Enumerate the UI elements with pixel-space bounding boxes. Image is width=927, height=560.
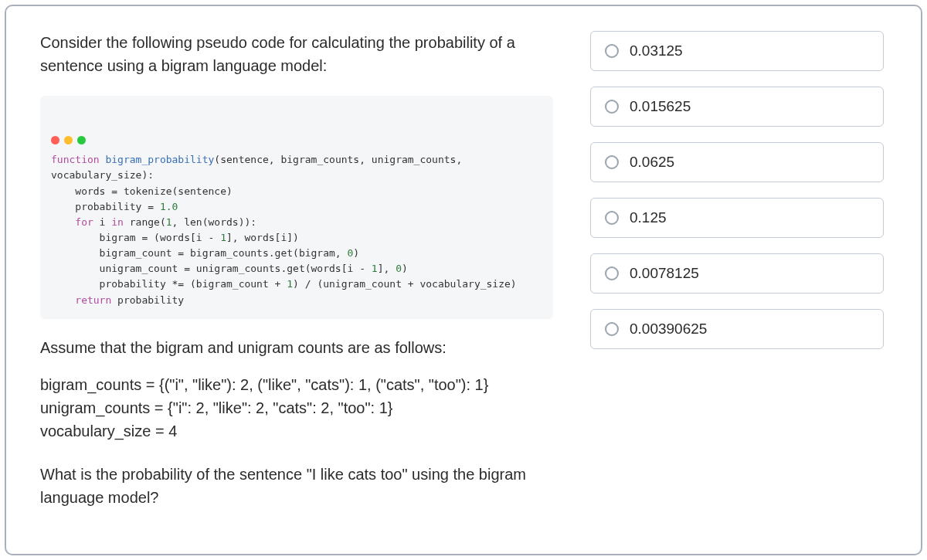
minimize-dot-icon bbox=[64, 136, 73, 144]
option-5[interactable]: 0.0078125 bbox=[590, 253, 884, 294]
question-frame: Consider the following pseudo code for c… bbox=[5, 5, 922, 555]
code-block: function bigram_probability(sentence, bi… bbox=[40, 96, 553, 319]
radio-icon bbox=[605, 322, 619, 336]
option-4[interactable]: 0.125 bbox=[590, 198, 884, 238]
option-2[interactable]: 0.015625 bbox=[590, 87, 884, 127]
option-1[interactable]: 0.03125 bbox=[590, 31, 884, 71]
bigram-counts-line: bigram_counts = {("i", "like"): 2, ("lik… bbox=[40, 373, 553, 396]
option-label: 0.0078125 bbox=[630, 265, 699, 282]
radio-icon bbox=[605, 266, 619, 280]
traffic-lights bbox=[51, 136, 542, 144]
option-label: 0.00390625 bbox=[630, 321, 707, 338]
option-3[interactable]: 0.0625 bbox=[590, 142, 884, 182]
options-column: 0.03125 0.015625 0.0625 0.125 0.0078125 … bbox=[590, 31, 884, 529]
close-dot-icon bbox=[51, 136, 59, 144]
option-label: 0.125 bbox=[630, 209, 667, 226]
unigram-counts-line: unigram_counts = {"i": 2, "like": 2, "ca… bbox=[40, 396, 553, 419]
vocab-size-line: vocabulary_size = 4 bbox=[40, 419, 553, 443]
final-question: What is the probability of the sentence … bbox=[40, 463, 553, 509]
radio-icon bbox=[605, 211, 619, 225]
zoom-dot-icon bbox=[77, 136, 86, 144]
given-data: bigram_counts = {("i", "like"): 2, ("lik… bbox=[40, 373, 553, 443]
question-column: Consider the following pseudo code for c… bbox=[40, 31, 553, 529]
radio-icon bbox=[605, 44, 619, 58]
option-label: 0.0625 bbox=[630, 154, 674, 171]
radio-icon bbox=[605, 155, 619, 169]
option-label: 0.015625 bbox=[630, 98, 691, 115]
option-6[interactable]: 0.00390625 bbox=[590, 309, 884, 349]
question-intro: Consider the following pseudo code for c… bbox=[40, 31, 553, 77]
option-label: 0.03125 bbox=[630, 42, 683, 59]
radio-icon bbox=[605, 100, 619, 114]
assume-text: Assume that the bigram and unigram count… bbox=[40, 336, 553, 359]
